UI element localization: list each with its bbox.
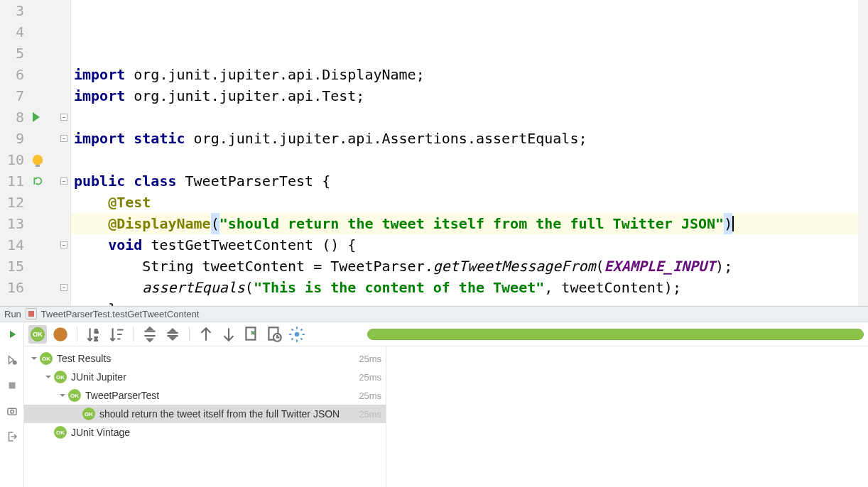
svg-point-4 xyxy=(53,327,67,341)
fold-toggle-icon[interactable] xyxy=(60,114,67,121)
code-line[interactable]: import static org.junit.jupiter.api.Asse… xyxy=(71,128,868,149)
run-tool-window-header: Run TweetParserTest.testGetTweetContent xyxy=(0,307,868,322)
test-tree-row[interactable]: OKJUnit Jupiter25ms xyxy=(24,368,386,386)
run-class-icon[interactable] xyxy=(33,112,40,122)
code-line[interactable]: import org.junit.jupiter.api.DisplayName… xyxy=(71,64,868,85)
code-token: org.junit.jupiter.api.Assertions.assertE… xyxy=(185,128,587,149)
test-node-label: JUnit Vintage xyxy=(71,427,381,438)
fold-toggle-icon[interactable] xyxy=(60,284,67,291)
svg-text:a: a xyxy=(94,327,98,334)
test-progress-bar-wrap xyxy=(367,329,864,340)
gutter-cell xyxy=(30,234,70,256)
sort-alphabetically-button[interactable]: az xyxy=(85,325,103,344)
code-token: ) xyxy=(724,213,732,234)
next-failed-button[interactable] xyxy=(219,325,238,344)
expand-all-button[interactable] xyxy=(141,325,159,344)
fold-toggle-icon[interactable] xyxy=(60,177,67,185)
code-line[interactable]: @DisplayName("should return the tweet it… xyxy=(71,213,868,234)
svg-point-0 xyxy=(12,361,16,365)
test-tree-row[interactable]: OKJUnit Vintage xyxy=(24,423,386,442)
gutter-cell xyxy=(30,0,70,21)
export-results-button[interactable] xyxy=(242,325,261,344)
previous-failed-button[interactable] xyxy=(197,325,215,344)
test-node-time: 25ms xyxy=(359,372,381,383)
fold-toggle-icon[interactable] xyxy=(60,135,67,142)
toggle-auto-test-button[interactable] xyxy=(4,352,20,368)
sort-by-duration-button[interactable] xyxy=(107,325,126,344)
code-token: org.junit.jupiter.api.Test; xyxy=(125,85,364,106)
test-node-label: should return the tweet itself from the … xyxy=(99,408,359,420)
collapse-icon[interactable] xyxy=(44,373,53,381)
code-editor[interactable]: 345678910111213141516 import org.junit.j… xyxy=(0,0,868,307)
line-number: 9 xyxy=(0,128,30,149)
test-node-label: TweetParserTest xyxy=(85,390,359,401)
code-line[interactable]: assertEquals("This is the content of the… xyxy=(71,277,868,298)
code-line[interactable]: import org.junit.jupiter.api.Test; xyxy=(71,85,868,106)
text-caret xyxy=(732,216,734,231)
code-token: "This is the content of the Tweet" xyxy=(254,277,544,298)
line-number: 16 xyxy=(0,277,30,298)
rerun-button[interactable] xyxy=(4,327,20,342)
test-tree-row[interactable]: OKTweetParserTest25ms xyxy=(24,386,386,405)
code-line[interactable]: public class TweetParserTest { xyxy=(71,170,868,192)
test-results-tree[interactable]: OKTest Results25msOKJUnit Jupiter25msOKT… xyxy=(24,346,386,487)
line-number: 8 xyxy=(0,106,30,128)
code-token: ( xyxy=(211,213,219,234)
run-method-icon[interactable] xyxy=(33,176,43,186)
code-line[interactable]: String tweetContent = TweetParser.getTwe… xyxy=(71,256,868,277)
exit-button[interactable] xyxy=(4,429,20,444)
code-line[interactable]: } xyxy=(71,298,868,306)
code-token: @DisplayName xyxy=(108,213,211,234)
svg-point-10 xyxy=(295,332,300,336)
dump-threads-button[interactable] xyxy=(4,403,20,419)
gutter-cell xyxy=(30,21,70,43)
test-settings-button[interactable] xyxy=(288,325,306,344)
code-token: String tweetContent = TweetParser. xyxy=(142,256,433,277)
code-token: "should return the tweet itself from the… xyxy=(219,213,724,234)
code-token: , tweetContent); xyxy=(544,277,681,298)
code-line[interactable]: void testGetTweetContent () { xyxy=(71,234,868,256)
code-token: void xyxy=(108,234,142,256)
line-number: 4 xyxy=(0,21,30,43)
line-number: 5 xyxy=(0,43,30,64)
line-number: 15 xyxy=(0,256,30,277)
collapse-icon[interactable] xyxy=(58,391,67,400)
code-area[interactable]: import org.junit.jupiter.api.DisplayName… xyxy=(71,0,868,306)
code-token: import xyxy=(74,85,125,106)
code-line[interactable] xyxy=(71,106,868,128)
svg-rect-2 xyxy=(8,408,16,415)
code-token: ( xyxy=(596,256,604,277)
test-output-pane[interactable] xyxy=(386,346,868,487)
collapse-all-button[interactable] xyxy=(163,325,182,344)
line-number: 12 xyxy=(0,192,30,213)
run-main: OK az xyxy=(24,322,868,487)
test-ok-icon: OK xyxy=(68,389,81,402)
intention-bulb-icon[interactable] xyxy=(33,155,43,165)
code-token: org.junit.jupiter.api.DisplayName; xyxy=(125,64,424,85)
gutter-cell xyxy=(30,85,70,106)
code-token: } xyxy=(108,298,116,306)
gutter-cell xyxy=(30,149,70,170)
collapse-icon[interactable] xyxy=(30,354,38,363)
show-ignored-toggle[interactable] xyxy=(51,325,70,344)
test-tree-row[interactable]: OKshould return the tweet itself from th… xyxy=(24,405,386,423)
show-passed-toggle[interactable]: OK xyxy=(28,325,47,344)
code-line[interactable] xyxy=(71,149,868,170)
test-ok-icon: OK xyxy=(82,407,95,420)
fold-toggle-icon[interactable] xyxy=(60,241,67,248)
gutter-cell xyxy=(30,213,70,234)
gutter-icons xyxy=(30,0,71,306)
code-line[interactable]: @Test xyxy=(71,192,868,213)
code-token: testGetTweetContent () { xyxy=(142,234,356,256)
editor-right-marker-strip xyxy=(858,0,868,306)
test-ok-icon: OK xyxy=(54,371,67,383)
code-token: ); xyxy=(715,256,732,277)
svg-rect-1 xyxy=(9,383,15,389)
line-number: 14 xyxy=(0,234,30,256)
line-number: 11 xyxy=(0,170,30,192)
toolbar-separator xyxy=(133,327,134,341)
import-history-button[interactable] xyxy=(265,325,283,344)
test-tree-row[interactable]: OKTest Results25ms xyxy=(24,349,386,368)
test-ok-icon: OK xyxy=(40,352,53,365)
stop-button[interactable] xyxy=(4,378,20,393)
